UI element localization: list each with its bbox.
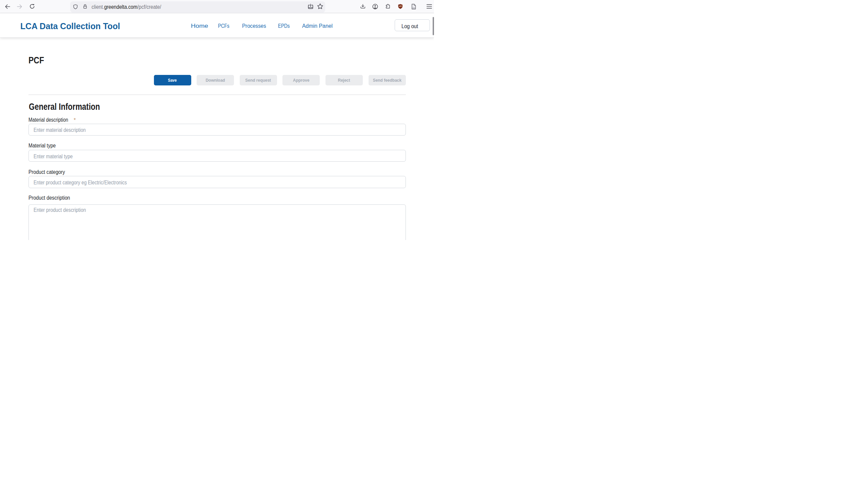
svg-text:uO: uO: [399, 5, 402, 7]
